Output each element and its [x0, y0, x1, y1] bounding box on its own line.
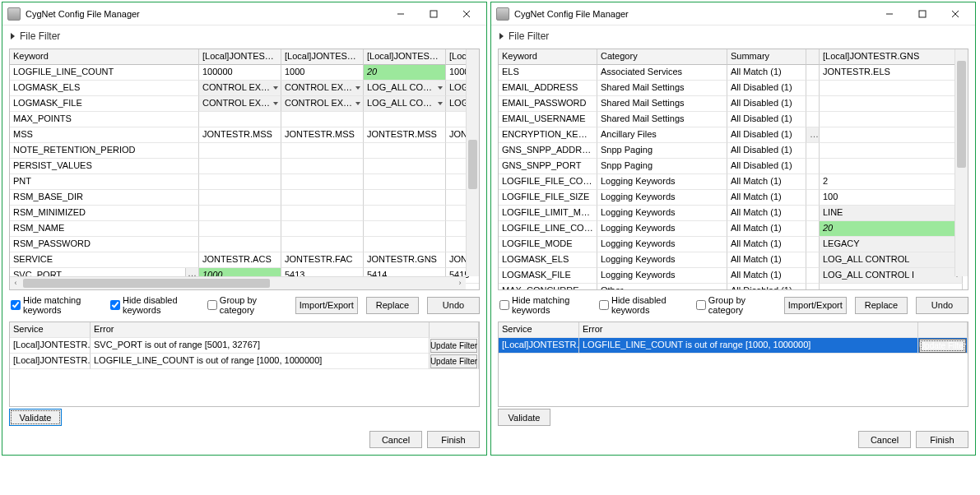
value-cell[interactable] [199, 190, 281, 206]
value-cell[interactable]: 100 [820, 190, 963, 206]
keyword-cell[interactable]: SERVICE [10, 252, 199, 268]
value-cell[interactable] [820, 284, 963, 290]
keyword-cell[interactable]: NOTE_RETENTION_PERIOD [10, 143, 199, 159]
value-cell[interactable] [281, 143, 364, 159]
keyword-cell[interactable]: LOGMASK_FILE [499, 268, 597, 284]
update-filter-button[interactable]: Update Filter [430, 354, 477, 368]
column-header[interactable]: Keyword [499, 49, 597, 65]
keyword-cell[interactable]: MAX_CONCURRENT_MSGS [499, 284, 597, 290]
maximize-button[interactable] [417, 3, 450, 25]
value-cell[interactable] [820, 81, 963, 96]
value-cell[interactable]: 2 [820, 174, 963, 190]
file-filter-toggle[interactable]: File Filter [2, 25, 486, 47]
value-cell[interactable] [281, 221, 364, 237]
column-header[interactable]: Keyword [10, 49, 199, 65]
value-cell[interactable] [364, 112, 446, 127]
value-cell[interactable]: JONTESTR.MSS [199, 127, 281, 143]
column-header[interactable]: Category [597, 49, 727, 65]
keyword-cell[interactable]: RSM_PASSWORD [10, 237, 199, 252]
error-row[interactable]: [Local]JONTESTR.ACSSVC_PORT is out of ra… [10, 338, 479, 354]
replace-button[interactable]: Replace [366, 297, 419, 314]
horizontal-scrollbar[interactable]: ‹ › [10, 276, 466, 289]
keyword-cell[interactable]: MSS [10, 127, 199, 143]
close-button[interactable] [939, 3, 972, 25]
column-header[interactable]: [Local]JONTESTR.ACS [199, 49, 281, 65]
keyword-cell[interactable]: RSM_BASE_DIR [10, 190, 199, 206]
value-cell[interactable] [364, 143, 446, 159]
value-cell[interactable]: LOG_ALL CONTROL [820, 252, 963, 268]
keyword-cell[interactable]: ELS [499, 65, 597, 81]
value-cell[interactable]: LOG_ALL CONTROL I [820, 268, 963, 284]
value-cell[interactable]: JONTESTR.GNS [364, 252, 446, 268]
import-export-button[interactable]: Import/Export [784, 297, 847, 314]
value-cell[interactable] [281, 237, 364, 252]
value-cell[interactable]: LOG_ALL CONTROL [364, 81, 446, 96]
keyword-cell[interactable]: MAX_POINTS [10, 112, 199, 127]
replace-button[interactable]: Replace [855, 297, 908, 314]
keyword-cell[interactable]: LOGMASK_ELS [499, 252, 597, 268]
value-cell[interactable]: LOG_ALL CONTROL I [364, 96, 446, 112]
value-cell[interactable]: JONTESTR.ELS [820, 65, 963, 81]
keyword-cell[interactable]: LOGFILE_LINE_COUNT [10, 65, 199, 81]
value-cell[interactable] [281, 159, 364, 174]
column-header[interactable]: [Local]JONTESTR.GNS [820, 49, 963, 65]
update-filter-button[interactable]: Update Filter [430, 339, 477, 353]
cancel-button[interactable]: Cancel [858, 431, 911, 448]
close-button[interactable] [450, 3, 483, 25]
hide-matching-checkbox[interactable]: Hide matching keywords [499, 295, 591, 315]
validate-button[interactable]: Validate [9, 409, 62, 426]
undo-button[interactable]: Undo [427, 297, 480, 314]
value-cell[interactable] [199, 237, 281, 252]
update-filter-button[interactable]: Update Filter [919, 339, 966, 353]
cancel-button[interactable]: Cancel [369, 431, 422, 448]
minimize-button[interactable] [873, 3, 906, 25]
vertical-scrollbar[interactable] [954, 49, 968, 276]
value-cell[interactable] [820, 159, 963, 174]
value-cell[interactable] [820, 112, 963, 127]
value-cell[interactable] [364, 237, 446, 252]
value-cell[interactable] [199, 206, 281, 221]
error-row[interactable]: [Local]JONTESTR.GNSLOGFILE_LINE_COUNT is… [499, 338, 968, 354]
finish-button[interactable]: Finish [916, 431, 968, 448]
value-cell[interactable]: JONTESTR.FAC [281, 252, 364, 268]
keyword-cell[interactable]: LOGFILE_LINE_COUNT [499, 221, 597, 237]
value-cell[interactable]: LEGACY [820, 237, 963, 252]
keyword-cell[interactable]: GNS_SNPP_PORT [499, 159, 597, 174]
value-cell[interactable]: 20 [364, 65, 446, 81]
value-cell[interactable]: JONTESTR.MSS [281, 127, 364, 143]
maximize-button[interactable] [906, 3, 939, 25]
value-cell[interactable] [199, 143, 281, 159]
keyword-cell[interactable]: RSM_MINIMIZED [10, 206, 199, 221]
keyword-cell[interactable]: EMAIL_PASSWORD [499, 96, 597, 112]
value-cell[interactable] [199, 174, 281, 190]
column-header[interactable] [806, 49, 820, 65]
undo-button[interactable]: Undo [916, 297, 968, 314]
value-cell[interactable] [281, 190, 364, 206]
vertical-scrollbar[interactable] [466, 49, 479, 276]
column-header[interactable]: Service [10, 322, 91, 338]
column-header[interactable]: [Local]JONTESTR.GNS [364, 49, 446, 65]
ellipsis-button[interactable]: … [806, 127, 820, 143]
import-export-button[interactable]: Import/Export [295, 297, 358, 314]
minimize-button[interactable] [384, 3, 417, 25]
column-header[interactable]: Error [91, 322, 430, 338]
column-header[interactable]: Error [579, 322, 918, 338]
file-filter-toggle[interactable]: File Filter [491, 25, 975, 47]
value-cell[interactable] [820, 143, 963, 159]
value-cell[interactable] [199, 221, 281, 237]
keyword-cell[interactable]: GNS_SNPP_ADDRESS [499, 143, 597, 159]
validate-button[interactable]: Validate [498, 409, 550, 426]
keyword-cell[interactable]: RSM_NAME [10, 221, 199, 237]
keyword-cell[interactable]: LOGFILE_LIMIT_MODE [499, 206, 597, 221]
keyword-cell[interactable]: LOGFILE_FILE_SIZE [499, 190, 597, 206]
group-by-category-checkbox[interactable]: Group by category [207, 295, 279, 315]
value-cell[interactable]: 20 [820, 221, 963, 237]
group-by-category-checkbox[interactable]: Group by category [696, 295, 768, 315]
value-cell[interactable]: CONTROL EXCEPTIC [281, 81, 364, 96]
value-cell[interactable] [364, 159, 446, 174]
error-row[interactable]: [Local]JONTESTR.GNSLOGFILE_LINE_COUNT is… [10, 354, 479, 369]
value-cell[interactable] [199, 112, 281, 127]
keyword-cell[interactable]: PERSIST_VALUES [10, 159, 199, 174]
value-cell[interactable]: CONTROL EXCEPTIC [199, 96, 281, 112]
column-header[interactable]: Service [499, 322, 579, 338]
